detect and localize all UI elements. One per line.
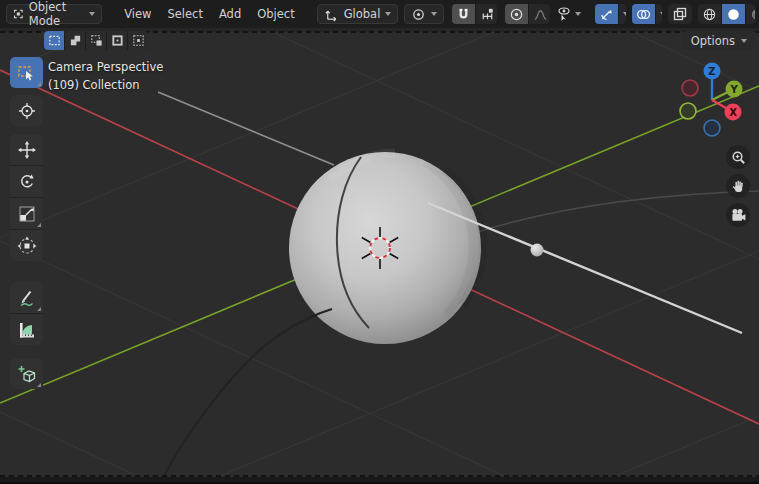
chevron-down-icon xyxy=(89,12,95,16)
add-cube-icon xyxy=(17,364,37,384)
tool-measure[interactable] xyxy=(10,314,43,345)
view-control-buttons xyxy=(726,145,750,227)
xray-squares-icon xyxy=(672,6,688,22)
overlays-dropdown[interactable] xyxy=(656,4,662,24)
annotate-pen-icon xyxy=(17,288,37,308)
pan-button[interactable] xyxy=(726,174,750,198)
falloff-curve-icon xyxy=(533,7,548,22)
shading-mode-group xyxy=(698,4,755,24)
move-icon xyxy=(17,140,37,160)
orientation-label: Global xyxy=(344,7,381,21)
shading-solid-button[interactable] xyxy=(722,4,745,24)
select-subtract-icon xyxy=(90,34,103,47)
snap-toggle[interactable] xyxy=(452,4,475,24)
gizmos-dropdown[interactable] xyxy=(619,4,625,24)
proportional-cluster xyxy=(505,4,550,24)
transform-icon xyxy=(17,236,37,256)
view-name-label: Camera Perspective xyxy=(48,58,163,76)
tool-scale[interactable] xyxy=(10,198,43,229)
collection-label: (109) Collection xyxy=(48,76,163,94)
subtool-corner-mark xyxy=(37,307,41,311)
gizmo-axis-z[interactable]: Z xyxy=(704,63,721,80)
gizmo-axis-neg-x[interactable] xyxy=(682,80,698,96)
chevron-down-icon xyxy=(431,12,437,16)
zoom-magnifier-icon xyxy=(731,150,746,165)
snap-increment-icon xyxy=(480,7,495,22)
tool-cursor[interactable] xyxy=(10,95,43,126)
overlays-circles-icon xyxy=(636,7,651,22)
select-box-icon xyxy=(17,63,37,83)
menu-select[interactable]: Select xyxy=(159,7,210,21)
snap-cluster xyxy=(452,4,497,24)
mode-label: Object Mode xyxy=(29,0,84,28)
svg-text:X: X xyxy=(729,107,737,118)
scale-icon xyxy=(17,204,37,224)
show-overlays-toggle[interactable] xyxy=(632,4,655,24)
select-intersect-icon xyxy=(132,34,145,47)
select-extend-icon xyxy=(69,34,82,47)
shading-wireframe-button[interactable] xyxy=(698,4,721,24)
select-mode-set[interactable] xyxy=(44,31,64,50)
tool-select-box[interactable] xyxy=(10,57,43,88)
pivot-point-icon xyxy=(411,7,426,22)
viewport-info-overlay: Camera Perspective (109) Collection xyxy=(48,58,163,94)
gizmo-axis-neg-z[interactable] xyxy=(704,120,720,136)
chevron-down-icon xyxy=(385,12,391,16)
mode-selector[interactable]: Object Mode xyxy=(6,4,102,24)
show-gizmos-toggle[interactable] xyxy=(595,4,618,24)
xray-toggle[interactable] xyxy=(668,4,692,24)
options-label: Options xyxy=(691,34,735,48)
gizmo-axis-x[interactable]: X xyxy=(725,104,742,121)
proportional-editing-toggle[interactable] xyxy=(505,4,528,24)
tool-transform[interactable] xyxy=(10,230,43,261)
viewport-header: Object Mode View Select Add Object Globa… xyxy=(0,0,759,28)
uv-sphere[interactable] xyxy=(289,152,482,344)
chevron-down-icon xyxy=(660,12,662,16)
gizmos-cluster xyxy=(595,4,625,24)
proportional-editing-icon xyxy=(509,7,524,22)
transform-orientation-selector[interactable]: Global xyxy=(317,4,399,24)
select-mode-extend[interactable] xyxy=(65,31,85,50)
subtool-corner-mark xyxy=(37,383,41,387)
zoom-button[interactable] xyxy=(726,145,750,169)
measure-icon xyxy=(17,320,37,340)
svg-text:Z: Z xyxy=(708,66,715,77)
gizmo-axis-y[interactable]: Y xyxy=(726,81,743,98)
snap-target-selector[interactable] xyxy=(476,4,497,24)
menu-view[interactable]: View xyxy=(116,7,159,21)
camera-view-button[interactable] xyxy=(726,203,750,227)
select-mode-subtract[interactable] xyxy=(86,31,106,50)
tool-add-cube[interactable] xyxy=(10,358,43,389)
select-set-icon xyxy=(48,34,61,47)
tool-move[interactable] xyxy=(10,134,43,165)
shading-material-button[interactable] xyxy=(746,4,755,24)
rotate-icon xyxy=(17,172,37,192)
toolbar xyxy=(10,57,43,389)
tool-annotate[interactable] xyxy=(10,282,43,313)
transform-orientation-icon xyxy=(324,7,339,22)
cursor-tool-icon xyxy=(17,101,37,121)
menu-object[interactable]: Object xyxy=(249,7,302,21)
orbit-circle-near-arc[interactable] xyxy=(163,309,332,478)
chevron-down-icon xyxy=(623,12,625,16)
path-ball[interactable] xyxy=(531,244,544,257)
select-mode-invert[interactable] xyxy=(107,31,127,50)
navigation-gizmo[interactable]: Z Y X xyxy=(668,56,758,140)
cursor-eye-icon xyxy=(556,6,572,22)
object-mode-icon xyxy=(13,7,24,21)
pivot-point-selector[interactable] xyxy=(404,4,444,24)
options-dropdown[interactable]: Options xyxy=(683,31,755,50)
subtool-corner-mark xyxy=(37,223,41,227)
pan-hand-icon xyxy=(731,179,746,194)
orbit-circle-far-arc[interactable] xyxy=(478,191,759,232)
menu-add[interactable]: Add xyxy=(211,7,249,21)
proportional-falloff-selector[interactable] xyxy=(529,4,550,24)
svg-text:Y: Y xyxy=(729,84,738,95)
select-mode-intersect[interactable] xyxy=(128,31,148,50)
gizmo-arrow-icon xyxy=(599,7,614,22)
selectability-visibility-selector[interactable] xyxy=(550,4,587,24)
select-mode-group xyxy=(44,31,148,50)
gizmo-axis-neg-y[interactable] xyxy=(680,103,696,119)
tool-rotate[interactable] xyxy=(10,166,43,197)
path-line-far-segment[interactable] xyxy=(158,92,334,165)
